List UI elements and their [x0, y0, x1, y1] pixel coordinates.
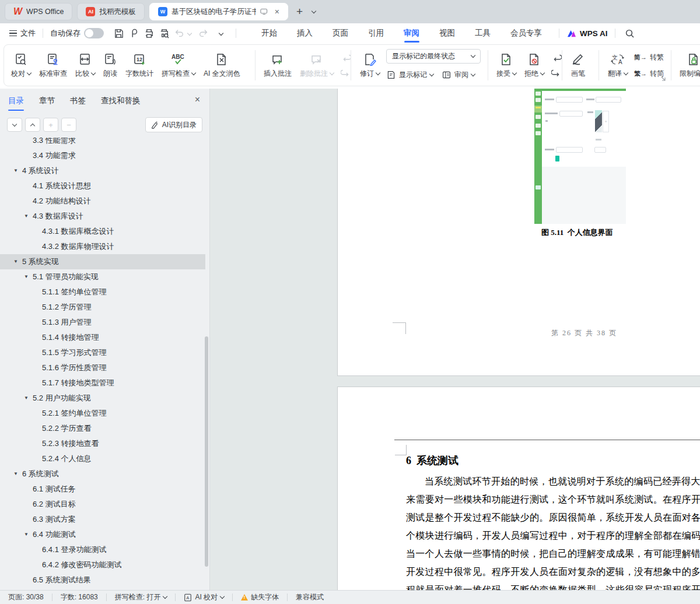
tab-list-chevron-icon[interactable] — [312, 8, 316, 13]
previous-heading-button[interactable] — [25, 118, 40, 132]
read-aloud-button[interactable]: 朗读 — [99, 47, 121, 83]
expand-arrow-icon[interactable]: ▼ — [13, 259, 18, 264]
group-expander-icon[interactable] — [660, 76, 666, 82]
expand-arrow-icon[interactable]: ▼ — [13, 168, 18, 173]
toc-item[interactable]: 5.1.3 用户管理 — [0, 315, 205, 330]
track-changes-button[interactable]: 修订 — [356, 47, 384, 83]
review-pane-button[interactable]: 审阅 — [442, 68, 475, 82]
toc-item[interactable]: 6.4.1 登录功能测试 — [0, 542, 205, 557]
toc-item[interactable]: 6.3 测试方案 — [0, 512, 205, 527]
restrict-edit-button[interactable]: 限制编辑 — [676, 47, 700, 83]
toc-item[interactable]: 4.3.1 数据库概念设计 — [0, 224, 205, 239]
toc-item[interactable]: 4.1 系统设计思想 — [0, 178, 205, 194]
tab-wps-office[interactable]: W WPS Office — [5, 3, 72, 20]
word-count-indicator[interactable]: 字数: 16083 — [52, 592, 106, 602]
toolbar-options-chevron-icon[interactable] — [219, 31, 223, 36]
page-indicator[interactable]: 页面: 30/38 — [0, 592, 52, 602]
document-page-27[interactable]: 6 系统测试 当系统测试环节开始的时候，也就说明对于系统的编码已经弄得大致来需要… — [337, 387, 700, 590]
expand-arrow-icon[interactable]: ▼ — [24, 213, 29, 219]
sidebar-tab-bookmarks[interactable]: 书签 — [70, 89, 86, 113]
collapse-all-button[interactable]: − — [61, 118, 76, 132]
print-button[interactable] — [141, 26, 156, 40]
to-traditional-button[interactable]: 简→ 转繁 — [634, 50, 664, 64]
delete-comment-button[interactable]: 删除批注 — [296, 47, 338, 83]
print-preview-button[interactable] — [156, 26, 172, 40]
toc-item[interactable]: 3.3 性能需求 — [0, 138, 205, 148]
toc-item[interactable]: 6.4.2 修改密码功能测试 — [0, 557, 205, 573]
word-count-button[interactable]: 12 字数统计 — [121, 47, 158, 83]
expand-all-button[interactable]: + — [43, 118, 58, 132]
insert-comment-button[interactable]: 插入批注 — [260, 47, 296, 83]
compat-mode-indicator[interactable]: 兼容模式 — [288, 592, 332, 602]
sidebar-tab-find-replace[interactable]: 查找和替换 — [101, 89, 141, 113]
toc-item[interactable]: 4.2 功能结构设计 — [0, 194, 205, 209]
undo-button[interactable] — [172, 26, 187, 40]
ai-recognize-toc-button[interactable]: AI识别目录 — [145, 117, 202, 132]
toc-item[interactable]: ▼5.2 用户功能实现 — [0, 391, 205, 406]
tab-member[interactable]: 会员专享 — [501, 23, 552, 43]
tab-docer-templates[interactable]: AI 找稻壳模板 — [77, 3, 145, 20]
accept-button[interactable]: 接受 — [492, 47, 520, 83]
expand-arrow-icon[interactable]: ▼ — [24, 395, 29, 401]
tab-insert[interactable]: 插入 — [287, 23, 323, 43]
document-workspace[interactable]: + 图 5.11 个人信息界面 第 26 页 共 38 页 6 系统测试 当系统… — [210, 89, 700, 590]
expand-arrow-icon[interactable]: ▼ — [13, 471, 18, 476]
toc-item[interactable]: 6.2 测试目标 — [0, 497, 205, 512]
toc-item[interactable]: 5.2.1 签约单位管理 — [0, 406, 205, 421]
standard-review-button[interactable]: 标准审查 — [35, 47, 71, 83]
sidebar-tab-chapters[interactable]: 章节 — [39, 89, 55, 113]
toc-item[interactable]: 5.1.7 转接地类型管理 — [0, 375, 205, 391]
toc-item[interactable]: 6.1 测试任务 — [0, 482, 205, 497]
spellcheck-indicator[interactable]: 拼写检查: 打开 — [107, 592, 176, 602]
toc-item[interactable]: ▼6 系统测试 — [0, 466, 205, 482]
ai-proof-indicator[interactable]: A AI 校对 — [176, 592, 232, 602]
autosave-toggle[interactable] — [84, 28, 104, 38]
toc-item[interactable]: ▼6.4 功能测试 — [0, 527, 205, 542]
tab-current-document[interactable]: W 基于区块链的电子学历证书存 × — [149, 3, 288, 20]
toc-item[interactable]: 5.2.4 个人信息 — [0, 451, 205, 466]
toc-item[interactable]: ▼5.1 管理员功能实现 — [0, 269, 205, 285]
new-tab-button[interactable]: + — [296, 5, 303, 18]
tab-review[interactable]: 审阅 — [394, 23, 429, 43]
save-button[interactable] — [111, 26, 126, 40]
translate-button[interactable]: 文A 翻译 — [604, 47, 632, 83]
toc-item[interactable]: 5.1.5 学习形式管理 — [0, 345, 205, 360]
document-page-26[interactable]: + 图 5.11 个人信息界面 第 26 页 共 38 页 — [337, 89, 700, 376]
file-menu[interactable]: 文件 — [9, 28, 36, 38]
missing-font-warning[interactable]: 缺失字体 — [233, 592, 287, 602]
export-pdf-button[interactable] — [126, 26, 141, 40]
close-tab-icon[interactable]: × — [275, 7, 279, 16]
tab-reference[interactable]: 引用 — [358, 23, 394, 43]
toc-item[interactable]: ▼5 系统实现 — [0, 254, 205, 269]
search-button[interactable] — [622, 26, 638, 40]
sidebar-tab-contents[interactable]: 目录 — [8, 89, 24, 113]
expand-arrow-icon[interactable]: ▼ — [24, 274, 29, 279]
tab-page[interactable]: 页面 — [323, 23, 358, 43]
expand-arrow-icon[interactable]: ▼ — [24, 532, 29, 537]
proof-button[interactable]: 校对 — [7, 47, 35, 83]
toc-item[interactable]: 5.2.3 转接地查看 — [0, 436, 205, 451]
toc-item[interactable]: 5.1.1 签约单位管理 — [0, 285, 205, 300]
tab-home[interactable]: 开始 — [251, 23, 287, 43]
show-markup-button[interactable]: 显示标记 — [386, 68, 433, 82]
compare-button[interactable]: 比较 — [71, 47, 99, 83]
toc-item[interactable]: 5.1.2 学历管理 — [0, 300, 205, 315]
next-heading-button[interactable] — [7, 118, 22, 132]
toc-item[interactable]: 5.2.2 学历查看 — [0, 421, 205, 436]
ai-polish-button[interactable]: AI 全文润色 — [200, 47, 244, 83]
toc-item[interactable]: 4.3.2 数据库物理设计 — [0, 239, 205, 254]
wps-ai-button[interactable]: WPS AI — [566, 29, 608, 38]
tab-view[interactable]: 视图 — [429, 23, 465, 43]
undo-chevron-icon[interactable] — [187, 31, 192, 36]
to-simplified-button[interactable]: 繁→ 转简 — [634, 66, 664, 80]
sidebar-scrollbar[interactable] — [205, 336, 208, 567]
toc-item[interactable]: 5.1.6 学历性质管理 — [0, 360, 205, 375]
toc-item[interactable]: 5.1.4 转接地管理 — [0, 330, 205, 345]
spell-check-button[interactable]: ABC 拼写检查 — [158, 47, 200, 83]
tab-tools[interactable]: 工具 — [465, 23, 501, 43]
toc-item[interactable]: 6.5 系统测试结果 — [0, 573, 205, 588]
close-sidebar-icon[interactable]: × — [195, 94, 200, 105]
toc-item[interactable]: ▼4 系统设计 — [0, 163, 205, 178]
toc-item[interactable]: ▼4.3 数据库设计 — [0, 209, 205, 224]
redo-button[interactable] — [196, 26, 211, 40]
